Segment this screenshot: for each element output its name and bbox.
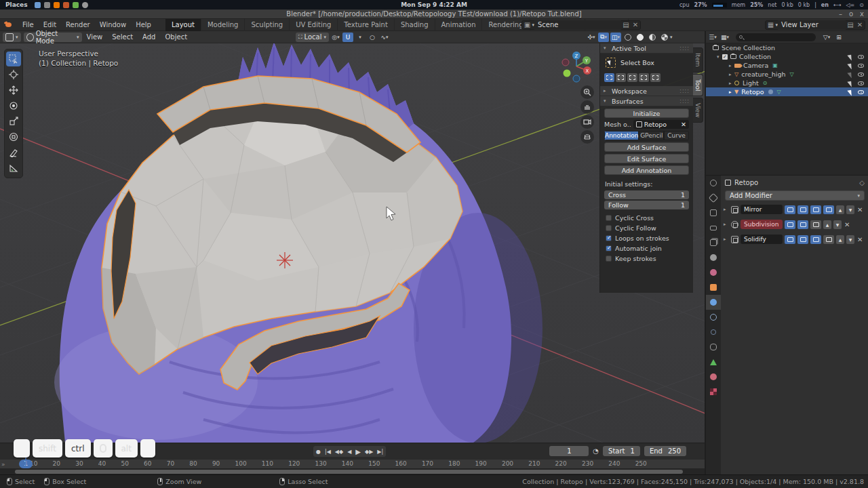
places-menu[interactable]: Places [5, 1, 28, 8]
number-field[interactable]: Follow1 [604, 201, 689, 209]
modifier-name-field[interactable]: Mirror [741, 205, 783, 214]
collection-checkbox[interactable]: ✓ [722, 54, 728, 60]
workspace-tab[interactable]: UV Editing [290, 19, 338, 31]
bsurfaces-section-header[interactable]: ▾Bsurfaces:::: [600, 96, 693, 106]
expand-icon[interactable]: ▸ [724, 237, 729, 242]
toggle-render-icon[interactable] [785, 235, 795, 244]
toggle-editmode-icon[interactable] [810, 235, 821, 244]
bsurfaces-action-button[interactable]: Add Annotation [604, 165, 689, 175]
editor-type-button[interactable] [706, 176, 721, 190]
delete-modifier-button[interactable]: ✕ [857, 236, 863, 243]
mesh-object-field[interactable]: Retopo ✕ [633, 120, 689, 129]
move-up-button[interactable]: ▲ [836, 235, 844, 244]
outliner-row-creature-high[interactable]: ▸ ▽ creature_high ▽ [706, 70, 868, 79]
disclosure-triangle-icon[interactable]: ▾ [717, 54, 722, 60]
tool-select-box[interactable] [6, 52, 21, 66]
system-clock[interactable]: Mon Sep 9 4:22 AM [401, 1, 467, 8]
viewport-menu-item[interactable]: Object [160, 33, 192, 41]
selectable-icon[interactable] [847, 53, 854, 60]
select-mode-subtract[interactable] [627, 73, 637, 82]
editor-type-selector[interactable]: ▾ [3, 33, 21, 42]
visibility-eye-icon[interactable] [858, 55, 864, 59]
viewport-menu-item[interactable]: Select [107, 33, 138, 41]
new-scene-icon[interactable]: ▤ [621, 21, 631, 28]
menu-item[interactable]: Edit [39, 20, 61, 30]
shading-material-button[interactable] [647, 33, 658, 42]
remove-view-layer-icon[interactable]: ✕ [855, 21, 865, 28]
selectable-icon[interactable] [847, 88, 854, 96]
outliner-filter-image-button[interactable]: ▦▾ [719, 33, 730, 42]
shading-wireframe-button[interactable] [623, 33, 633, 42]
initialize-button[interactable]: Initialize [604, 108, 689, 118]
camera-view-button[interactable] [580, 115, 594, 129]
show-gizmo-button[interactable]: ✣▾ [586, 33, 597, 42]
toggle-render-icon[interactable] [785, 220, 795, 229]
select-mode-extend[interactable] [616, 73, 626, 82]
outliner-row-light[interactable]: ▸ Light ⊙ [706, 79, 868, 87]
source-tab[interactable]: Curve [664, 131, 689, 140]
workspace-section-header[interactable]: ▸Workspace:::: [600, 86, 693, 96]
menu-item[interactable]: File [18, 20, 39, 30]
perspective-toggle-button[interactable] [580, 130, 594, 144]
mode-selector[interactable]: Object Mode ▾ [24, 33, 82, 42]
snap-settings-button[interactable]: ▾ [355, 33, 366, 42]
select-mode-intersect[interactable] [650, 73, 660, 82]
checkbox[interactable] [606, 215, 612, 221]
tool-cursor[interactable] [6, 67, 21, 82]
tab-object-data[interactable] [706, 354, 721, 369]
blender-app-icon[interactable] [54, 2, 60, 8]
restore-button[interactable]: o [849, 10, 853, 18]
app-icon[interactable] [63, 2, 69, 8]
xray-toggle-button[interactable]: ◫▾ [610, 33, 621, 42]
number-field[interactable]: Cross1 [604, 190, 689, 199]
proportional-editing-button[interactable]: ○ [367, 33, 378, 42]
checkbox[interactable] [606, 256, 612, 262]
workspace-tab[interactable]: Animation [435, 19, 483, 31]
tab-texture[interactable] [706, 384, 721, 399]
toggle-realtime-icon[interactable] [797, 235, 808, 244]
move-up-button[interactable]: ▲ [836, 205, 844, 214]
scene-selector[interactable]: ▣ ▾ Scene ▤ ✕ [521, 20, 641, 30]
workspace-tab[interactable]: Shading [395, 19, 435, 31]
stopwatch-icon[interactable]: ◔ [593, 447, 599, 455]
new-view-layer-icon[interactable]: ▤ [846, 21, 855, 28]
delete-modifier-button[interactable]: ✕ [857, 206, 863, 214]
tab-constraints[interactable] [706, 340, 721, 354]
close-button[interactable]: x [860, 10, 864, 18]
toggle-editmode-icon[interactable] [810, 220, 821, 229]
tool-measure[interactable] [6, 161, 21, 176]
workspace-tab[interactable]: Sculpting [245, 19, 290, 31]
shading-options-dropdown[interactable]: ▾ [670, 35, 673, 40]
selectable-icon[interactable] [847, 62, 854, 69]
modifier-name-field[interactable]: Subdivision [741, 220, 783, 229]
pan-view-button[interactable] [580, 100, 594, 114]
workspace-tab[interactable]: Layout [165, 19, 201, 31]
source-tab[interactable]: GPencil [639, 131, 664, 140]
checkbox[interactable] [606, 225, 612, 231]
tab-material[interactable] [706, 369, 721, 384]
viewport-menu-item[interactable]: View [82, 33, 108, 41]
navigation-gizmo[interactable]: Z Y X [557, 47, 595, 85]
move-down-button[interactable]: ▼ [846, 235, 854, 244]
scrollbar-thumb[interactable] [15, 470, 683, 474]
selectable-icon-disabled[interactable] [847, 70, 854, 78]
show-overlays-button[interactable]: ⧉▾ [598, 33, 609, 42]
bsurfaces-action-button[interactable]: Add Surface [604, 142, 689, 152]
tab-view-layer[interactable] [706, 235, 721, 250]
select-mode-new[interactable] [604, 73, 614, 82]
volume-icon[interactable]: ◁= [846, 2, 854, 8]
move-down-button[interactable]: ▼ [833, 220, 842, 229]
toggle-realtime-icon[interactable] [797, 205, 808, 214]
add-modifier-dropdown[interactable]: Add Modifier ▾ [725, 190, 865, 201]
tab-output[interactable] [706, 220, 721, 235]
record-button[interactable]: ● [316, 449, 321, 455]
outliner-row-scene-collection[interactable]: Scene Collection [706, 43, 868, 52]
viewport-menu-item[interactable]: Add [138, 33, 160, 41]
expand-icon[interactable]: ▸ [724, 207, 729, 212]
jump-to-start-button[interactable]: |◀ [325, 449, 331, 455]
unlink-scene-icon[interactable]: ✕ [631, 21, 640, 28]
tab-render[interactable] [706, 205, 721, 220]
orientation-selector[interactable]: ⛶ Local ▾ [296, 33, 329, 42]
jump-to-end-button[interactable]: ▶| [377, 449, 383, 455]
workspace-tab[interactable]: Modeling [201, 19, 245, 31]
